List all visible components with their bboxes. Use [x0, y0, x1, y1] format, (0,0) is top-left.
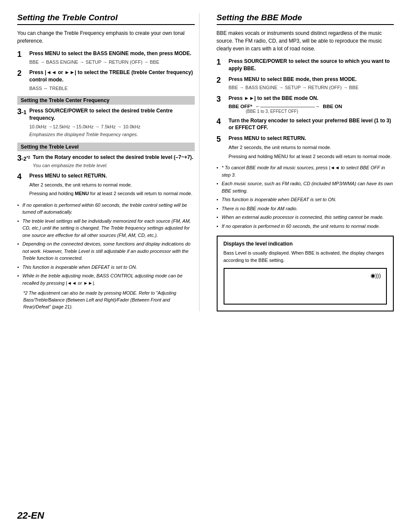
left-footnote: *2 The adjustment can also be made by pr…	[17, 290, 195, 310]
sub-section-1-title: Setting the Treble Center Frequency	[17, 96, 195, 105]
bbe-diagram-text: Bass Level is usually displayed. When BB…	[224, 249, 387, 264]
right-step-2-content: Press MENU to select BBE mode, then pres…	[229, 76, 394, 91]
right-step-4-num: 4	[217, 117, 226, 127]
right-step-5-label: Press MENU to select RETURN.	[229, 135, 394, 142]
right-step-2: 2 Press MENU to select BBE mode, then pr…	[217, 76, 394, 91]
right-step-3-label: Press ►►| to set the BBE mode ON.	[229, 95, 394, 102]
left-column: Setting the Treble Control You can chang…	[17, 13, 199, 311]
left-section-title: Setting the Treble Control	[17, 13, 195, 25]
bbe-mode-diagram: BBE OFF* ←———————————→ BBE ON	[229, 104, 394, 109]
left-step-1: 1 Press MENU to select the BASS ENGINE m…	[17, 50, 195, 65]
step-1-num: 1	[17, 50, 27, 59]
left-step-4: 4 Press MENU to select RETURN. After 2 s…	[17, 172, 195, 197]
bbe-display-area: ◉)))	[224, 268, 387, 305]
right-step-3-content: Press ►►| to set the BBE mode ON. BBE OF…	[229, 95, 394, 114]
right-bullet-list: * To cancel BBE mode for all music sourc…	[217, 164, 394, 230]
step-4-label: Press MENU to select RETURN.	[29, 172, 195, 180]
right-step-1-label: Press SOURCE/POWER to select the source …	[229, 58, 394, 72]
step-3-1-note: Emphasizes the displayed Treble frequenc…	[29, 131, 195, 138]
right-step-2-code: BBE → BASS ENGINE → SETUP → RETURN (OFF)…	[229, 84, 394, 91]
right-step-2-num: 2	[217, 76, 226, 85]
step-4-after1: After 2 seconds, the unit returns to nor…	[29, 181, 195, 189]
step-2-code: BASS ↔ TREBLE	[29, 85, 195, 92]
step-4-content: Press MENU to select RETURN. After 2 sec…	[29, 172, 195, 197]
left-step-3-1: 3-1 Press SOURCE/POWER to select the des…	[17, 107, 195, 138]
step-3-1-code: 10.0kHz →12.5kHz →15.0kHz → 7.5kHz → 10.…	[29, 123, 195, 131]
right-step-4-content: Turn the Rotary encoder to select your p…	[229, 117, 394, 132]
bbe-on-label: BBE ON	[323, 104, 342, 109]
right-step-5-content: Press MENU to select RETURN. After 2 sec…	[229, 135, 394, 160]
step-4-after2: Pressing and holding MENU for at least 2…	[29, 190, 195, 197]
step-2-num: 2	[17, 69, 27, 78]
right-step-2-label: Press MENU to select BBE mode, then pres…	[229, 76, 394, 83]
two-column-layout: Setting the Treble Control You can chang…	[17, 13, 394, 311]
right-bullet-1: * To cancel BBE mode for all music sourc…	[217, 164, 394, 178]
right-bullet-2: Each music source, such as FM radio, CD …	[217, 180, 394, 194]
step-3-1-label: Press SOURCE/POWER to select the desired…	[29, 107, 195, 122]
page: Setting the Treble Control You can chang…	[0, 0, 411, 532]
bbe-diagram-box: Displays the level indication Bass Level…	[217, 236, 394, 311]
step-3-2-note: You can emphasize the treble level.	[33, 162, 194, 169]
left-step-3-2: 3-2*2 Turn the Rotary encoder to select …	[17, 154, 195, 169]
right-step-5: 5 Press MENU to select RETURN. After 2 s…	[217, 135, 394, 160]
right-bullet-6: If no operation is performed in 60 secon…	[217, 223, 394, 230]
left-step-2: 2 Press |◄◄ or ►►| to select the TREBLE …	[17, 69, 195, 92]
right-section-title: Setting the BBE Mode	[217, 13, 394, 25]
right-bullet-4: There is no BBE mode for AM radio.	[217, 205, 394, 212]
step-1-code: BBE → BASS ENGINE → SETUP → RETURN (OFF)…	[29, 59, 195, 66]
left-bullet-list: If no operation is performed within 60 s…	[17, 202, 195, 287]
bbe-sub-label: (BBE 1 to 3, EFFECT OFF)	[246, 109, 394, 114]
bbe-level-icon: ◉)))	[371, 272, 381, 279]
bbe-diagram-title: Displays the level indication	[224, 241, 387, 247]
bbe-off-label: BBE OFF*	[229, 104, 252, 109]
step-3-1-content: Press SOURCE/POWER to select the desired…	[29, 107, 195, 138]
page-number: 22-EN	[17, 510, 44, 521]
left-bullet-2: The treble level settings will be indivi…	[17, 218, 195, 239]
right-step-5-num: 5	[217, 135, 226, 144]
left-bullet-1: If no operation is performed within 60 s…	[17, 202, 195, 216]
step-3-2-num: 3-2*2	[17, 154, 30, 163]
sub-section-2-title: Setting the Treble Level	[17, 143, 195, 151]
right-step-4: 4 Turn the Rotary encoder to select your…	[217, 117, 394, 132]
left-bullet-5: While in the treble adjusting mode, BASS…	[17, 272, 195, 286]
right-step-1: 1 Press SOURCE/POWER to select the sourc…	[217, 58, 394, 72]
right-bullet-3: This function is inoperable when DEFEAT …	[217, 196, 394, 203]
right-column: Setting the BBE Mode BBE makes vocals or…	[212, 13, 394, 311]
left-bullet-3: Depending on the connected devices, some…	[17, 240, 195, 262]
left-intro: You can change the Treble Frequency emph…	[17, 29, 195, 45]
right-step-5-after1: After 2 seconds, the unit returns to nor…	[229, 144, 394, 151]
step-3-2-content: Turn the Rotary encoder to select the de…	[33, 154, 194, 169]
right-step-3-num: 3	[217, 95, 226, 104]
right-step-1-num: 1	[217, 58, 226, 67]
left-bullet-4: This function is inoperable when DEFEAT …	[17, 264, 195, 271]
right-step-4-label: Turn the Rotary encoder to select your p…	[229, 117, 394, 132]
step-1-label: Press MENU to select the BASS ENGINE mod…	[29, 50, 195, 57]
bbe-arrow: ←———————————→	[255, 104, 320, 109]
right-step-3: 3 Press ►►| to set the BBE mode ON. BBE …	[217, 95, 394, 114]
step-1-content: Press MENU to select the BASS ENGINE mod…	[29, 50, 195, 65]
right-step-5-after2: Pressing and holding MENU for at least 2…	[229, 153, 394, 160]
right-bullet-5: When an external audio processor is conn…	[217, 214, 394, 221]
right-step-1-content: Press SOURCE/POWER to select the source …	[229, 58, 394, 72]
step-2-content: Press |◄◄ or ►►| to select the TREBLE (t…	[29, 69, 195, 92]
step-2-label: Press |◄◄ or ►►| to select the TREBLE (t…	[29, 69, 195, 84]
right-intro: BBE makes vocals or instruments sound di…	[217, 29, 394, 53]
step-4-num: 4	[17, 172, 27, 182]
step-3-2-label: Turn the Rotary encoder to select the de…	[33, 154, 194, 161]
step-3-1-num: 3-1	[17, 107, 27, 117]
